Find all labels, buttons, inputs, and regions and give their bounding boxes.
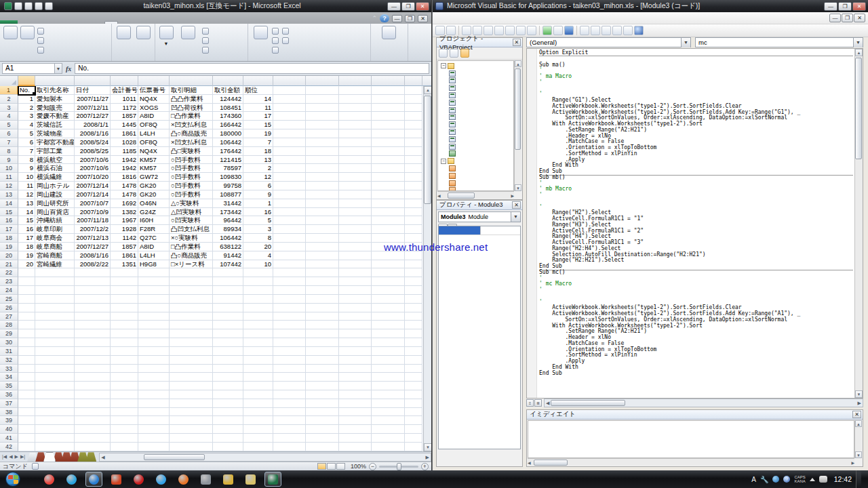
- cell-A15[interactable]: 14: [18, 208, 35, 217]
- cell-G1[interactable]: 取引金額: [213, 86, 243, 95]
- row-header-25[interactable]: 25: [0, 295, 18, 304]
- row-header-37[interactable]: 37: [0, 399, 18, 408]
- cell-D42[interactable]: [111, 443, 138, 451]
- cell-A4[interactable]: 3: [18, 112, 35, 121]
- cell-C39[interactable]: [75, 416, 111, 425]
- cell-G3[interactable]: 108451: [213, 104, 243, 113]
- cell-F9[interactable]: ○凹手数料: [170, 156, 213, 165]
- row-header-21[interactable]: 21: [0, 260, 18, 269]
- cell-B21[interactable]: 宮崎繊維: [35, 260, 75, 269]
- cell-H6[interactable]: 19: [243, 129, 273, 138]
- cell-K4[interactable]: [339, 112, 372, 121]
- procedure-dropdown[interactable]: mc ▼: [695, 37, 863, 47]
- cell-I13[interactable]: [273, 190, 306, 199]
- cell-H9[interactable]: 13: [243, 156, 273, 165]
- normal-view-icon[interactable]: [317, 463, 326, 470]
- cell-B34[interactable]: [35, 373, 75, 382]
- cell-J11[interactable]: [306, 173, 339, 182]
- cell-B3[interactable]: 愛知販売: [35, 104, 75, 113]
- row-header-16[interactable]: 16: [0, 216, 18, 225]
- cell-L12[interactable]: [372, 182, 405, 190]
- cell-A42[interactable]: [18, 443, 35, 451]
- cell-I32[interactable]: [273, 356, 306, 365]
- cell-I38[interactable]: [273, 408, 306, 417]
- cell-H1[interactable]: 順位: [243, 86, 273, 95]
- cell-F14[interactable]: △○実験料: [170, 199, 213, 208]
- row-header-24[interactable]: 24: [0, 286, 18, 295]
- cell-E34[interactable]: [138, 373, 170, 382]
- cell-H23[interactable]: [243, 277, 273, 286]
- cell-I36[interactable]: [273, 390, 306, 399]
- cell-F39[interactable]: [170, 416, 213, 425]
- cell-J13[interactable]: [306, 190, 339, 199]
- cell-I3[interactable]: [273, 104, 306, 113]
- cell-I29[interactable]: [273, 329, 306, 338]
- cell-D34[interactable]: [111, 373, 138, 382]
- cell-G31[interactable]: [213, 347, 243, 356]
- cell-G15[interactable]: 173442: [213, 208, 243, 217]
- design-mode-icon[interactable]: [580, 26, 589, 35]
- cell-C8[interactable]: 2008/5/25: [75, 147, 111, 156]
- scrollbar-thumb[interactable]: [424, 96, 431, 204]
- macro-record-indicator-icon[interactable]: [32, 463, 39, 470]
- ribbon-button-Visual Basic[interactable]: [2, 25, 19, 41]
- tree-item-Sheet11[interactable]: [438, 84, 513, 92]
- cell-A34[interactable]: [18, 373, 35, 382]
- page-layout-view-icon[interactable]: [327, 463, 336, 470]
- cell-M4[interactable]: [405, 112, 422, 121]
- cell-H8[interactable]: 18: [243, 147, 273, 156]
- close-icon[interactable]: ✕: [513, 39, 521, 46]
- cell-K13[interactable]: [339, 190, 372, 199]
- taskbar-icon-chrome[interactable]: [41, 472, 58, 487]
- cell-H42[interactable]: [243, 443, 273, 451]
- cell-H33[interactable]: [243, 365, 273, 373]
- cell-C18[interactable]: 2007/12/13: [75, 234, 111, 243]
- cell-A38[interactable]: [18, 408, 35, 417]
- cell-F20[interactable]: 凸○商品販売: [170, 251, 213, 260]
- cell-M13[interactable]: [405, 190, 422, 199]
- cell-F16[interactable]: ○凹実験料: [170, 216, 213, 225]
- cell-J37[interactable]: [306, 399, 339, 408]
- cell-G39[interactable]: [213, 416, 243, 425]
- cell-M7[interactable]: [405, 138, 422, 147]
- cell-M39[interactable]: [405, 416, 422, 425]
- cell-C20[interactable]: 2008/1/16: [75, 251, 111, 260]
- ime-indicator[interactable]: A: [751, 476, 756, 483]
- name-box-dropdown-icon[interactable]: ▼: [55, 63, 62, 74]
- cell-L30[interactable]: [372, 338, 405, 347]
- cell-F12[interactable]: ○凹手数料: [170, 182, 213, 190]
- cell-L42[interactable]: [372, 443, 405, 451]
- cell-D7[interactable]: 1028: [111, 138, 138, 147]
- cell-B19[interactable]: 岐阜商船: [35, 243, 75, 251]
- chevron-down-icon[interactable]: ▼: [511, 212, 520, 222]
- cell-K9[interactable]: [339, 156, 372, 165]
- column-header-F[interactable]: [170, 76, 213, 86]
- cell-D40[interactable]: [111, 425, 138, 434]
- properties-tab-全体[interactable]: [438, 224, 448, 226]
- cell-E5[interactable]: OF8Q: [138, 121, 170, 129]
- cell-C28[interactable]: [75, 321, 111, 329]
- cell-A25[interactable]: [18, 295, 35, 304]
- ribbon-button-コードの表示[interactable]: [201, 36, 211, 45]
- cell-E42[interactable]: [138, 443, 170, 451]
- cell-F34[interactable]: [170, 373, 213, 382]
- row-header-15[interactable]: 15: [0, 208, 18, 217]
- cell-F5[interactable]: ×凹支払利息: [170, 121, 213, 129]
- ribbon-button-プロパティ[interactable]: [201, 26, 211, 36]
- cell-G26[interactable]: [213, 304, 243, 312]
- mdi-restore-icon[interactable]: ❐: [842, 14, 853, 22]
- cell-D32[interactable]: [111, 356, 138, 365]
- cell-G27[interactable]: [213, 312, 243, 321]
- mdi-minimize-icon[interactable]: —: [829, 14, 841, 22]
- row-header-1[interactable]: 1: [0, 86, 18, 95]
- cell-G11[interactable]: 109830: [213, 173, 243, 182]
- cell-H28[interactable]: [243, 321, 273, 329]
- cell-I31[interactable]: [273, 347, 306, 356]
- cell-G42[interactable]: [213, 443, 243, 451]
- cell-E13[interactable]: GK20: [138, 190, 170, 199]
- cell-L38[interactable]: [372, 408, 405, 417]
- cell-B37[interactable]: [35, 399, 75, 408]
- tree-item-Sheet7[interactable]: [438, 128, 513, 136]
- cell-I35[interactable]: [273, 382, 306, 390]
- cell-A32[interactable]: [18, 356, 35, 365]
